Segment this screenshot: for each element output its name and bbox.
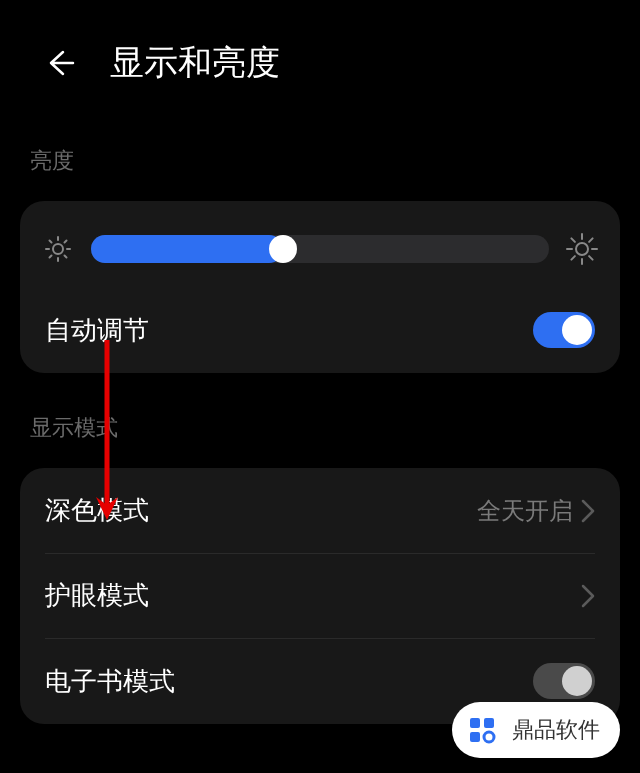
back-arrow-icon: [45, 48, 75, 78]
chevron-right-icon: [581, 584, 595, 608]
svg-point-0: [53, 244, 63, 254]
watermark-logo-icon: [462, 710, 502, 750]
brightness-slider-thumb[interactable]: [269, 235, 297, 263]
brightness-slider[interactable]: [91, 235, 549, 263]
dark-mode-value: 全天开启: [477, 495, 573, 527]
display-mode-section-label: 显示模式: [0, 383, 640, 458]
ebook-mode-toggle[interactable]: [533, 663, 595, 699]
back-button[interactable]: [40, 43, 80, 83]
eye-comfort-label: 护眼模式: [45, 578, 149, 613]
svg-line-15: [589, 256, 593, 260]
toggle-knob: [562, 666, 592, 696]
dark-mode-row[interactable]: 深色模式 全天开启: [20, 468, 620, 553]
auto-brightness-row: 自动调节: [20, 287, 620, 373]
auto-brightness-toggle[interactable]: [533, 312, 595, 348]
svg-rect-19: [470, 718, 480, 728]
brightness-card: 自动调节: [20, 201, 620, 373]
svg-rect-21: [470, 732, 480, 742]
svg-line-17: [589, 238, 593, 242]
auto-brightness-label: 自动调节: [45, 313, 149, 348]
svg-line-7: [50, 256, 52, 258]
svg-line-8: [65, 241, 67, 243]
svg-line-6: [65, 256, 67, 258]
header: 显示和亮度: [0, 0, 640, 116]
ebook-mode-label: 电子书模式: [45, 664, 175, 699]
eye-comfort-value-wrap: [581, 584, 595, 608]
dark-mode-value-wrap: 全天开启: [477, 495, 595, 527]
svg-rect-20: [484, 718, 494, 728]
brightness-slider-fill: [91, 235, 283, 263]
svg-point-9: [576, 243, 588, 255]
watermark-text: 鼎品软件: [512, 715, 600, 745]
svg-line-5: [50, 241, 52, 243]
dark-mode-label: 深色模式: [45, 493, 149, 528]
chevron-right-icon: [581, 499, 595, 523]
toggle-knob: [562, 315, 592, 345]
sun-bright-icon: [564, 231, 600, 267]
sun-dim-icon: [40, 231, 76, 267]
svg-line-14: [571, 238, 575, 242]
watermark: 鼎品软件: [452, 702, 620, 758]
svg-point-22: [484, 732, 494, 742]
page-title: 显示和亮度: [110, 40, 280, 86]
display-mode-card: 深色模式 全天开启 护眼模式 电子书模式: [20, 468, 620, 724]
brightness-slider-row: [20, 201, 620, 287]
eye-comfort-row[interactable]: 护眼模式: [20, 553, 620, 638]
brightness-section-label: 亮度: [0, 116, 640, 191]
svg-line-16: [571, 256, 575, 260]
